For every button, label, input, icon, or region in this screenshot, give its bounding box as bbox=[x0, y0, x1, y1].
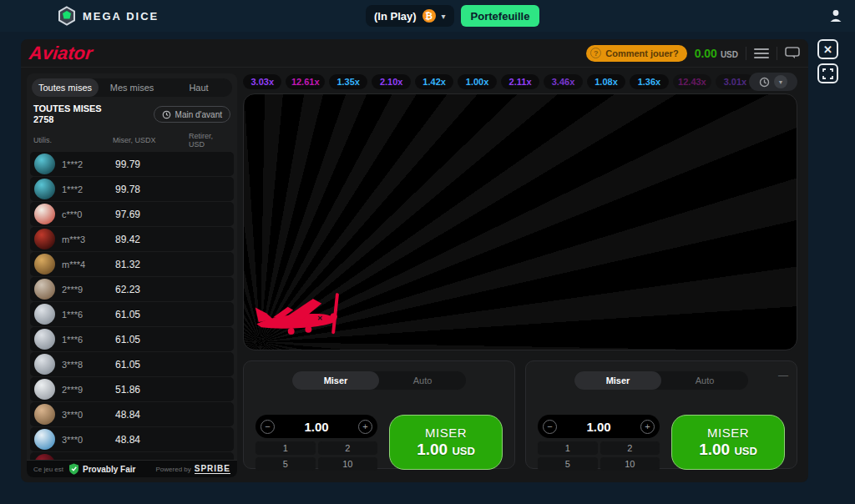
increase-amount-button[interactable]: + bbox=[640, 420, 655, 434]
bet-row[interactable]: m***4 81.32 bbox=[30, 252, 234, 276]
how-to-play-button[interactable]: ? Comment jouer? bbox=[586, 45, 686, 62]
balance-value: 0.00 bbox=[695, 47, 717, 60]
bet-row[interactable]: 2***9 51.86 bbox=[30, 377, 234, 401]
bet-amount-value: 1.00 bbox=[557, 420, 640, 434]
quick-amounts: 12510 bbox=[538, 441, 660, 471]
player-username: m***4 bbox=[62, 260, 115, 270]
quick-amount-button[interactable]: 2 bbox=[600, 441, 660, 455]
bet-row[interactable]: 3***0 48.84 bbox=[30, 427, 234, 451]
bets-column-headers: Utilis. Miser, USD X Retirer, USD bbox=[27, 130, 237, 152]
aviator-game-frame: Aviator ? Comment jouer? 0.00 USD bbox=[21, 39, 808, 482]
aviator-logo: Aviator bbox=[28, 43, 94, 64]
bet-row[interactable]: 3***0 48.84 bbox=[30, 402, 234, 426]
place-bet-button[interactable]: MISER 1.00 USD bbox=[389, 415, 503, 470]
panel-options-icon[interactable]: — bbox=[778, 370, 788, 381]
quick-amount-button[interactable]: 5 bbox=[538, 457, 598, 471]
chat-icon[interactable] bbox=[785, 47, 800, 59]
multiplier-pill[interactable]: 1.36x bbox=[630, 74, 668, 89]
quick-amount-button[interactable]: 1 bbox=[255, 441, 316, 455]
amount-stepper: − 1.00 + bbox=[538, 415, 660, 438]
spribe-logo[interactable]: SPRIBE bbox=[195, 464, 230, 474]
close-game-button[interactable]: ✕ bbox=[817, 39, 838, 59]
multiplier-pill[interactable]: 1.35x bbox=[329, 74, 367, 89]
player-avatar bbox=[34, 329, 55, 350]
bet-row[interactable]: 2***9 62.23 bbox=[30, 277, 234, 301]
multiplier-pill[interactable]: 12.43x bbox=[673, 74, 711, 89]
quick-amount-button[interactable]: 10 bbox=[318, 457, 378, 471]
bet-row[interactable]: 1***2 99.78 bbox=[30, 177, 234, 201]
bet-row[interactable]: 4***6 48.84 bbox=[30, 452, 234, 460]
divider bbox=[746, 47, 746, 60]
all-bets-count: 2758 bbox=[33, 114, 102, 125]
bet-row[interactable]: 1***2 99.79 bbox=[30, 152, 234, 176]
tab-bet[interactable]: Miser bbox=[574, 371, 661, 390]
menu-icon[interactable] bbox=[754, 48, 769, 58]
multiplier-pill[interactable]: 3.46x bbox=[544, 74, 582, 89]
tab-auto[interactable]: Auto bbox=[661, 371, 748, 390]
player-username: 3***0 bbox=[62, 410, 115, 420]
player-avatar bbox=[34, 454, 55, 460]
player-avatar bbox=[34, 254, 55, 275]
player-bet-amount: 89.42 bbox=[115, 234, 140, 245]
megadice-hexagon-icon bbox=[57, 6, 77, 26]
provably-fair-label[interactable]: Provably Fair bbox=[83, 465, 135, 474]
player-avatar bbox=[34, 404, 55, 425]
game-column: 3.03x12.61x1.35x2.10x1.42x1.00x2.11x3.46… bbox=[243, 73, 797, 469]
balance-display: 0.00 USD bbox=[695, 47, 738, 60]
dropdown-icon: ▼ bbox=[774, 75, 787, 88]
bet-row[interactable]: 3***8 61.05 bbox=[30, 352, 234, 376]
multiplier-pill[interactable]: 1.00x bbox=[458, 74, 496, 89]
place-bet-button[interactable]: MISER 1.00 USD bbox=[671, 415, 785, 470]
quick-amount-button[interactable]: 1 bbox=[538, 441, 598, 455]
bet-amount-value: 1.00 bbox=[275, 420, 358, 434]
player-bet-amount: 81.32 bbox=[115, 259, 140, 270]
multiplier-pill[interactable]: 2.11x bbox=[501, 74, 539, 89]
player-avatar bbox=[34, 279, 55, 300]
decrease-amount-button[interactable]: − bbox=[543, 420, 557, 434]
bet-row[interactable]: 1***6 61.05 bbox=[30, 327, 234, 351]
tab-bet[interactable]: Miser bbox=[292, 371, 379, 390]
multiplier-pill[interactable]: 1.08x bbox=[587, 74, 625, 89]
bet-mode-tabs: Miser Auto bbox=[292, 371, 466, 390]
player-username: 2***9 bbox=[62, 385, 115, 395]
user-account-icon[interactable] bbox=[828, 8, 843, 23]
wallet-button[interactable]: Portefeuille bbox=[461, 5, 540, 27]
aviator-plane: ✕ bbox=[252, 286, 354, 338]
round-history-button[interactable]: ▼ bbox=[749, 73, 797, 91]
increase-amount-button[interactable]: + bbox=[358, 420, 372, 434]
bets-tab[interactable]: Haut bbox=[165, 78, 232, 97]
player-username: 1***6 bbox=[62, 335, 115, 345]
multiplier-pill[interactable]: 12.61x bbox=[286, 74, 324, 89]
bitcoin-icon: ₿ bbox=[422, 9, 436, 23]
all-bets-title: TOUTES MISES 2758 bbox=[33, 103, 102, 125]
in-play-selector[interactable]: (In Play) ₿ ▾ bbox=[366, 5, 454, 27]
megadice-logo[interactable]: MEGA DICE bbox=[57, 6, 159, 26]
history-clock-icon bbox=[162, 110, 171, 119]
fullscreen-button[interactable] bbox=[817, 63, 838, 83]
multiplier-pill[interactable]: 2.10x bbox=[372, 74, 410, 89]
player-avatar bbox=[34, 179, 55, 199]
bets-tab[interactable]: Mes mises bbox=[99, 78, 165, 97]
player-username: 1***2 bbox=[62, 159, 115, 169]
bet-row[interactable]: c***0 97.69 bbox=[30, 202, 234, 226]
multiplier-history-row: 3.03x12.61x1.35x2.10x1.42x1.00x2.11x3.46… bbox=[243, 73, 797, 90]
player-bet-amount: 61.05 bbox=[115, 309, 140, 320]
bets-tab[interactable]: Toutes mises bbox=[32, 78, 99, 97]
bets-tabs: Toutes misesMes misesHaut bbox=[32, 78, 232, 97]
decrease-amount-button[interactable]: − bbox=[261, 420, 275, 434]
quick-amount-button[interactable]: 10 bbox=[600, 457, 660, 471]
quick-amount-button[interactable]: 2 bbox=[318, 441, 378, 455]
player-username: 1***6 bbox=[62, 310, 115, 320]
multiplier-pill[interactable]: 3.03x bbox=[243, 74, 281, 89]
balance-currency: USD bbox=[721, 50, 738, 59]
player-avatar bbox=[34, 354, 55, 375]
previous-hand-button[interactable]: Main d'avant bbox=[154, 106, 230, 123]
player-username: 3***8 bbox=[62, 360, 115, 370]
multiplier-pill[interactable]: 1.42x bbox=[415, 74, 453, 89]
bet-row[interactable]: m***3 89.42 bbox=[30, 227, 234, 251]
bet-row[interactable]: 1***6 61.05 bbox=[30, 302, 234, 326]
player-bet-amount: 48.84 bbox=[115, 434, 140, 446]
bets-sidebar: Toutes misesMes misesHaut TOUTES MISES 2… bbox=[27, 73, 237, 477]
tab-auto[interactable]: Auto bbox=[379, 371, 466, 390]
quick-amount-button[interactable]: 5 bbox=[255, 457, 316, 471]
